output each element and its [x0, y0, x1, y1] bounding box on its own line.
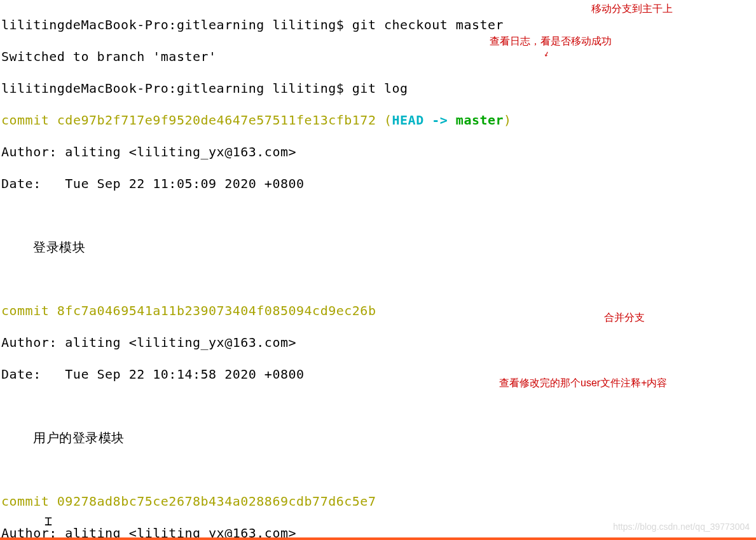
branch-name: master	[456, 112, 504, 128]
blank-line	[1, 208, 756, 224]
date-line: Date: Tue Sep 22 11:05:09 2020 +0800	[1, 176, 756, 192]
commit-label: commit	[1, 303, 57, 318]
commit-hash: 09278ad8bc75ce2678b434a028869cdb77d6c5e7	[57, 494, 376, 509]
blank-line	[1, 398, 756, 414]
blank-line	[1, 271, 756, 287]
bottom-accent-border	[0, 537, 756, 540]
annotation-checkout: 移动分支到主干上	[591, 3, 673, 15]
commit-message: 登录模块	[1, 240, 756, 255]
paren-close: )	[504, 112, 512, 128]
commit-hash: 8fc7a0469541a11b239073404f085094cd9ec26b	[57, 303, 376, 318]
command-text: git checkout master	[352, 17, 504, 32]
annotation-cat: 查看修改完的那个user文件注释+内容	[499, 377, 667, 389]
author-line: Author: aliting <liliting_yx@163.com>	[1, 144, 756, 160]
terminal-line: Switched to branch 'master'	[1, 49, 756, 65]
watermark-text: https://blog.csdn.net/qq_39773004	[613, 522, 750, 533]
shell-prompt: lilitingdeMacBook-Pro:gitlearning liliti…	[1, 81, 352, 96]
head-pointer: HEAD ->	[392, 112, 456, 128]
command-text: git log	[352, 81, 408, 96]
author-line: Author: aliting <liliting_yx@163.com>	[1, 335, 756, 351]
blank-line	[1, 462, 756, 478]
shell-prompt: lilitingdeMacBook-Pro:gitlearning liliti…	[1, 17, 352, 32]
commit-line: commit 09278ad8bc75ce2678b434a028869cdb7…	[1, 494, 756, 510]
annotation-merge: 合并分支	[604, 311, 645, 324]
commit-label: commit	[1, 112, 57, 128]
commit-hash: cde97b2f717e9f9520de4647e57511fe13cfb172	[57, 112, 376, 128]
commit-label: commit	[1, 494, 57, 509]
terminal-line: lilitingdeMacBook-Pro:gitlearning liliti…	[1, 81, 756, 97]
text-cursor-icon: ⌶	[45, 513, 55, 529]
paren-open: (	[376, 112, 392, 128]
annotation-log: 查看日志，看是否移动成功	[490, 35, 612, 48]
terminal-line: lilitingdeMacBook-Pro:gitlearning liliti…	[1, 17, 756, 33]
commit-line: commit cde97b2f717e9f9520de4647e57511fe1…	[1, 112, 756, 128]
commit-message: 用户的登录模块	[1, 430, 756, 446]
terminal-output[interactable]: lilitingdeMacBook-Pro:gitlearning liliti…	[0, 0, 756, 540]
